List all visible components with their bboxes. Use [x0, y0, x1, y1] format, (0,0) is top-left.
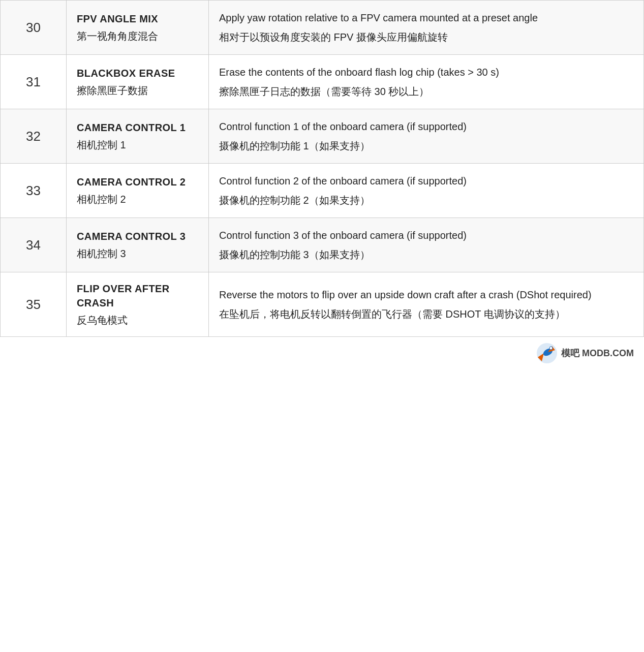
row-description: Apply yaw rotation relative to a FPV cam… [209, 1, 644, 55]
row-name-en: CAMERA CONTROL 2 [77, 175, 198, 189]
row-description-cn: 摄像机的控制功能 3（如果支持） [219, 246, 633, 263]
main-table: 30FPV ANGLE MIX第一视角角度混合Apply yaw rotatio… [0, 0, 644, 337]
row-name: CAMERA CONTROL 3相机控制 3 [67, 218, 209, 272]
row-name-cn: 相机控制 3 [77, 246, 198, 261]
row-number: 31 [1, 55, 67, 109]
row-description-cn: 摄像机的控制功能 2（如果支持） [219, 192, 633, 208]
row-name: FPV ANGLE MIX第一视角角度混合 [67, 1, 209, 55]
row-name-cn: 相机控制 2 [77, 192, 198, 206]
row-description-en: Erase the contents of the onboard flash … [219, 64, 633, 80]
row-description: Control function 3 of the onboard camera… [209, 218, 644, 272]
row-number: 30 [1, 1, 67, 55]
row-name-cn: 相机控制 1 [77, 138, 198, 152]
row-name: BLACKBOX ERASE擦除黑匣子数据 [67, 55, 209, 109]
row-name: CAMERA CONTROL 2相机控制 2 [67, 164, 209, 218]
footer-logo-area: 模吧 MODB.COM [0, 337, 644, 369]
row-name-cn: 反乌龟模式 [77, 313, 198, 327]
row-name: CAMERA CONTROL 1相机控制 1 [67, 109, 209, 164]
row-name-en: FPV ANGLE MIX [77, 12, 198, 26]
row-description-en: Reverse the motors to flip over an upsid… [219, 287, 633, 303]
row-description-cn: 摄像机的控制功能 1（如果支持） [219, 138, 633, 154]
row-name-en: CAMERA CONTROL 3 [77, 229, 198, 243]
row-description: Control function 1 of the onboard camera… [209, 109, 644, 164]
row-number: 34 [1, 218, 67, 272]
row-description-en: Control function 3 of the onboard camera… [219, 227, 633, 243]
row-description-cn: 相对于以预设角度安装的 FPV 摄像头应用偏航旋转 [219, 29, 633, 45]
row-name: FLIP OVER AFTER CRASH反乌龟模式 [67, 272, 209, 337]
row-name-en: CAMERA CONTROL 1 [77, 120, 198, 135]
row-number: 35 [1, 272, 67, 337]
row-name-en: BLACKBOX ERASE [77, 66, 198, 80]
row-description-cn: 擦除黑匣子日志的数据（需要等待 30 秒以上） [219, 83, 633, 100]
row-description: Control function 2 of the onboard camera… [209, 164, 644, 218]
row-description-en: Control function 2 of the onboard camera… [219, 173, 633, 189]
row-name-cn: 第一视角角度混合 [77, 29, 198, 43]
row-name-en: FLIP OVER AFTER CRASH [77, 282, 198, 310]
logo-text: 模吧 MODB.COM [561, 347, 634, 359]
row-description: Erase the contents of the onboard flash … [209, 55, 644, 109]
row-number: 32 [1, 109, 67, 164]
row-name-cn: 擦除黑匣子数据 [77, 83, 198, 98]
row-description-en: Apply yaw rotation relative to a FPV cam… [219, 10, 633, 26]
svg-point-4 [549, 347, 553, 350]
row-description: Reverse the motors to flip over an upsid… [209, 272, 644, 337]
row-description-cn: 在坠机后，将电机反转以翻转倒置的飞行器（需要 DSHOT 电调协议的支持） [219, 306, 633, 322]
row-description-en: Control function 1 of the onboard camera… [219, 118, 633, 135]
modb-logo-icon [536, 342, 558, 364]
logo-badge: 模吧 MODB.COM [536, 342, 634, 364]
row-number: 33 [1, 164, 67, 218]
